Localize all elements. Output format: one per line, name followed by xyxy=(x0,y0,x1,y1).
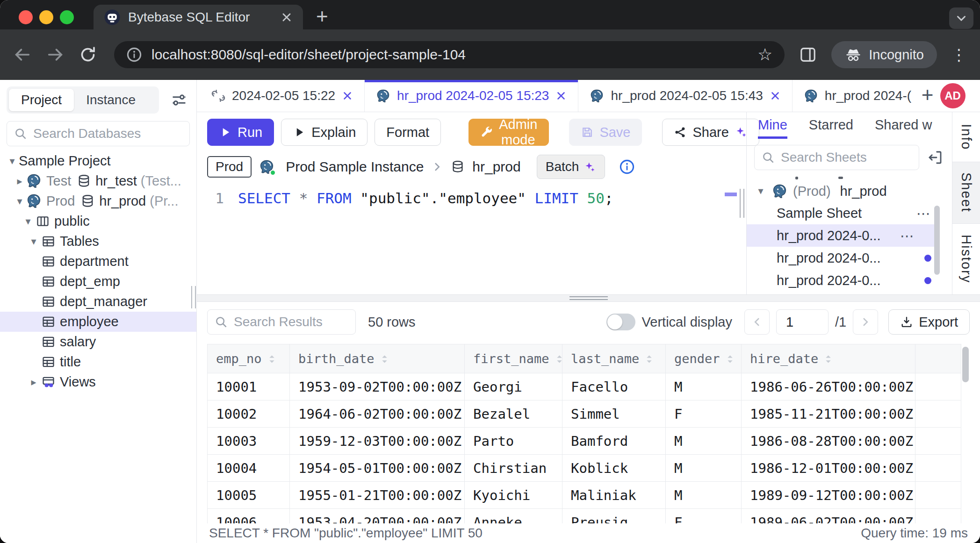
column-header[interactable]: gender xyxy=(666,344,742,373)
sort-icon[interactable] xyxy=(378,353,391,365)
back-icon[interactable] xyxy=(13,45,32,64)
table-row[interactable]: 100021964-06-02T00:00:00ZBezalelSimmelF1… xyxy=(208,400,961,428)
column-header[interactable]: emp_no xyxy=(208,344,290,373)
close-tab-icon[interactable] xyxy=(281,11,293,23)
filter-settings-icon[interactable] xyxy=(170,91,188,109)
table-row[interactable]: 100031959-12-03T00:00:00ZPartoBamfordM19… xyxy=(208,428,961,455)
caret-down-icon[interactable]: ▾ xyxy=(27,236,40,248)
column-header[interactable]: birth_date xyxy=(290,344,465,373)
tree-item-table-title[interactable]: title xyxy=(0,352,196,372)
table-row[interactable]: 100011953-09-02T00:00:00ZGeorgiFacelloM1… xyxy=(208,373,961,400)
macos-window-controls[interactable] xyxy=(19,10,74,24)
browser-tab[interactable]: Bytebase SQL Editor xyxy=(94,5,303,29)
save-button[interactable]: Save xyxy=(569,119,642,146)
database-search[interactable] xyxy=(7,121,190,146)
code-editor[interactable]: 1SELECT * FROM "public"."employee" LIMIT… xyxy=(197,182,746,294)
tab-shared[interactable]: Shared w xyxy=(875,117,932,139)
table-row[interactable]: 100051955-01-21T00:00:00ZKyoichiMaliniak… xyxy=(208,482,961,509)
site-info-icon[interactable] xyxy=(126,47,142,63)
share-button[interactable]: Share xyxy=(662,119,759,146)
drag-handle-icon[interactable] xyxy=(569,296,608,300)
results-search[interactable] xyxy=(207,309,356,335)
sheet-group-hr-prod[interactable]: ▾ (Prod) hr_prod xyxy=(747,180,952,202)
user-avatar[interactable]: AD xyxy=(940,83,966,108)
tree-item-hr-test[interactable]: ▸ Test hr_test (Test... xyxy=(0,171,196,191)
editor-tab-active[interactable]: hr_prod 2024-02-05 15:23 xyxy=(365,80,578,112)
table-scrollbar[interactable] xyxy=(962,347,969,382)
sort-icon[interactable] xyxy=(724,353,736,365)
sheet-menu-icon[interactable]: ⋯ xyxy=(916,205,931,221)
sheet-search[interactable] xyxy=(754,145,919,170)
tree-item-table-employee[interactable]: employee xyxy=(0,312,196,332)
open-sheet-icon[interactable] xyxy=(927,149,944,166)
sheet-item-clipped[interactable]: hr_prod 2024-0... xyxy=(747,269,952,292)
vertical-display-toggle[interactable] xyxy=(606,314,635,330)
sheet-item[interactable]: hr_prod 2024-0... xyxy=(747,247,952,269)
forward-icon[interactable] xyxy=(46,45,65,64)
caret-right-icon[interactable]: ▸ xyxy=(13,175,26,187)
tab-mine[interactable]: Mine xyxy=(758,117,787,139)
instance-name[interactable]: Prod Sample Instance xyxy=(286,159,424,175)
next-page-button[interactable] xyxy=(853,309,878,335)
batch-button[interactable]: Batch xyxy=(537,155,605,179)
reload-icon[interactable] xyxy=(79,45,97,64)
sheet-item[interactable]: Sample Sheet ⋯ xyxy=(747,202,952,224)
sheet-menu-icon[interactable]: ⋯ xyxy=(900,228,915,244)
sort-icon[interactable] xyxy=(553,353,562,365)
table-row-clipped[interactable]: 100061953-04-20T00:00:00ZAnnekePreusigF1… xyxy=(208,509,961,524)
caret-down-icon[interactable]: ▾ xyxy=(6,155,19,167)
results-divider[interactable] xyxy=(197,294,980,302)
table-row[interactable]: 100041954-05-01T00:00:00ZChirstianKoblic… xyxy=(208,455,961,482)
database-name[interactable]: hr_prod xyxy=(472,159,520,175)
export-button[interactable]: Export xyxy=(888,309,970,335)
sort-icon[interactable] xyxy=(266,353,278,365)
browser-menu-icon[interactable]: ⋮ xyxy=(951,47,967,63)
close-icon[interactable] xyxy=(555,90,567,101)
column-header[interactable]: hire_date xyxy=(742,344,915,373)
caret-down-icon[interactable]: ▾ xyxy=(22,215,35,228)
previous-page-button[interactable] xyxy=(744,309,770,335)
tree-item-table-department[interactable]: department xyxy=(0,251,196,272)
url-text[interactable]: localhost:8080/sql-editor/sheet/project-… xyxy=(151,47,748,63)
new-tab-button[interactable]: + xyxy=(316,6,328,27)
sidebar-resize-handle[interactable] xyxy=(191,286,196,308)
panel-resize-handle[interactable] xyxy=(740,189,744,218)
tree-item-project[interactable]: ▾ Sample Project xyxy=(0,151,196,171)
tree-item-views-group[interactable]: ▸ Views xyxy=(0,372,196,392)
tab-search-button[interactable] xyxy=(949,7,973,29)
tree-item-hr-prod[interactable]: ▾ Prod hr_prod (Pr... xyxy=(0,191,196,211)
format-button[interactable]: Format xyxy=(375,119,441,146)
close-window-button[interactable] xyxy=(19,10,33,24)
caret-right-icon[interactable]: ▸ xyxy=(27,376,40,388)
search-databases-input[interactable] xyxy=(33,126,183,141)
tab-project[interactable]: Project xyxy=(9,89,74,111)
sort-icon[interactable] xyxy=(822,353,835,365)
minimize-window-button[interactable] xyxy=(39,10,53,24)
rail-tab-history[interactable]: History xyxy=(952,224,980,294)
side-panel-icon[interactable] xyxy=(799,45,817,64)
new-sheet-button[interactable]: + xyxy=(922,85,934,105)
tab-instance[interactable]: Instance xyxy=(74,89,148,111)
editor-tab-truncated[interactable]: hr_prod 2024-( xyxy=(793,80,918,112)
tree-item-table-dept-manager[interactable]: dept_manager xyxy=(0,292,196,312)
tree-item-schema-public[interactable]: ▾ public xyxy=(0,211,196,231)
caret-down-icon[interactable]: ▾ xyxy=(754,185,767,197)
run-button[interactable]: Run xyxy=(207,119,274,146)
column-header[interactable]: first_name xyxy=(465,344,562,373)
info-icon[interactable] xyxy=(619,159,635,175)
url-bar[interactable]: localhost:8080/sql-editor/sheet/project-… xyxy=(114,41,785,68)
rail-tab-info[interactable]: Info xyxy=(952,112,980,162)
sort-icon[interactable] xyxy=(643,353,656,365)
close-icon[interactable] xyxy=(342,90,353,101)
tree-item-table-dept-emp[interactable]: dept_emp xyxy=(0,272,196,292)
sheet-list-scrollbar[interactable] xyxy=(934,206,940,275)
explain-button[interactable]: Explain xyxy=(281,119,368,146)
search-sheets-input[interactable] xyxy=(781,150,912,165)
tree-item-table-salary[interactable]: salary xyxy=(0,332,196,352)
zoom-window-button[interactable] xyxy=(60,10,74,24)
editor-tab-unsaved[interactable]: 2024-02-05 15:22 xyxy=(200,80,365,112)
close-icon[interactable] xyxy=(770,90,781,101)
search-results-input[interactable] xyxy=(234,314,349,329)
column-header[interactable]: last_name xyxy=(562,344,666,373)
tree-item-tables-group[interactable]: ▾ Tables xyxy=(0,231,196,251)
